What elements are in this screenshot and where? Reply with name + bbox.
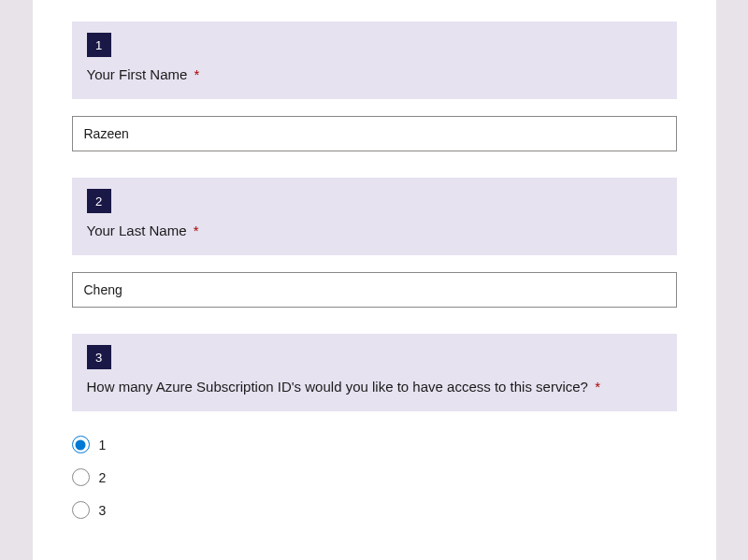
question-header-3: 3 How many Azure Subscription ID's would…: [72, 334, 677, 411]
last-name-input[interactable]: [72, 272, 677, 308]
radio-option-1[interactable]: 1: [72, 428, 677, 461]
question-label: Your First Name *: [87, 66, 677, 82]
question-label-text: Your First Name: [87, 66, 188, 82]
radio-input-2[interactable]: [72, 468, 90, 486]
subscription-count-radio-group: 1 2 3: [72, 428, 677, 526]
question-block-2: 2 Your Last Name *: [33, 178, 716, 308]
question-number-badge: 3: [87, 345, 111, 369]
required-indicator: *: [194, 66, 199, 82]
radio-option-2[interactable]: 2: [72, 461, 677, 494]
question-block-3: 3 How many Azure Subscription ID's would…: [33, 334, 716, 526]
radio-option-3[interactable]: 3: [72, 494, 677, 526]
radio-input-1[interactable]: [72, 436, 90, 453]
radio-input-3[interactable]: [72, 501, 90, 519]
question-number-badge: 2: [87, 189, 111, 213]
question-label: Your Last Name *: [87, 223, 677, 238]
question-block-1: 1 Your First Name *: [33, 0, 716, 151]
question-number-badge: 1: [87, 33, 111, 57]
required-indicator: *: [595, 379, 600, 395]
first-name-input[interactable]: [72, 116, 677, 151]
question-label: How many Azure Subscription ID's would y…: [87, 379, 677, 395]
question-header-2: 2 Your Last Name *: [72, 178, 677, 255]
question-label-text: How many Azure Subscription ID's would y…: [87, 379, 588, 395]
form-container: 1 Your First Name * 2 Your Last Name * 3…: [33, 0, 716, 560]
question-header-1: 1 Your First Name *: [72, 22, 677, 99]
radio-label: 2: [99, 470, 107, 485]
question-label-text: Your Last Name: [87, 223, 187, 238]
radio-label: 1: [99, 438, 107, 452]
required-indicator: *: [194, 223, 199, 238]
radio-label: 3: [99, 503, 107, 518]
